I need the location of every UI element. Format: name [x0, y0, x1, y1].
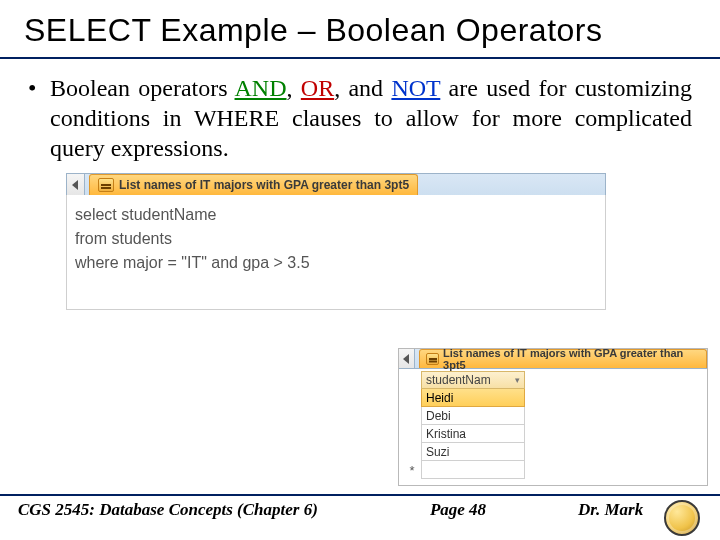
tab-label-2: List names of IT majors with GPA greater…	[443, 347, 700, 371]
slide: SELECT Example – Boolean Operators • Boo…	[0, 0, 720, 540]
operator-or: OR	[301, 75, 334, 101]
query-icon	[98, 178, 114, 192]
chevron-left-icon	[403, 354, 410, 364]
sql-line-3: where major = "IT" and gpa > 3.5	[75, 251, 597, 275]
operator-and: AND	[235, 75, 287, 101]
bullet-1: • Boolean operators AND, OR, and NOT are…	[28, 73, 692, 163]
query-tab-1[interactable]: List names of IT majors with GPA greater…	[89, 174, 418, 195]
result-panel: List names of IT majors with GPA greater…	[398, 348, 708, 486]
bullet-marker: •	[28, 73, 50, 103]
table-row[interactable]: Kristina	[421, 425, 525, 443]
footer-page: Page 48	[368, 500, 548, 520]
sql-editor[interactable]: select studentName from students where m…	[66, 195, 606, 310]
table-row[interactable]: Suzi	[421, 443, 525, 461]
table-row[interactable]	[421, 461, 525, 479]
bullet-text: Boolean operators AND, OR, and NOT are u…	[50, 73, 692, 163]
chevron-left-icon	[72, 180, 79, 190]
title-rule: SELECT Example – Boolean Operators	[0, 0, 720, 59]
tab-scroll-left-1[interactable]	[67, 174, 85, 195]
query-icon	[426, 353, 440, 365]
tab-label-1: List names of IT majors with GPA greater…	[119, 178, 409, 192]
tab-scroll-left-2[interactable]	[399, 349, 415, 368]
column-header[interactable]: studentNam ▾	[421, 371, 525, 389]
query-tab-2[interactable]: List names of IT majors with GPA greater…	[419, 349, 708, 368]
svg-marker-0	[72, 180, 78, 190]
sort-dropdown-icon[interactable]: ▾	[515, 375, 520, 385]
table-row[interactable]: Heidi	[421, 389, 525, 407]
column-header-label: studentNam	[426, 373, 491, 387]
sql-line-1: select studentName	[75, 203, 597, 227]
query-tabbar-1: List names of IT majors with GPA greater…	[66, 173, 606, 195]
ucf-logo	[664, 500, 700, 536]
footer: CGS 2545: Database Concepts (Chapter 6) …	[0, 494, 720, 540]
body-region: • Boolean operators AND, OR, and NOT are…	[0, 59, 720, 310]
operator-not: NOT	[391, 75, 440, 101]
table-row[interactable]: Debi	[421, 407, 525, 425]
new-record-icon: *	[403, 463, 421, 478]
datasheet-grid[interactable]: studentNam ▾ Heidi Debi Kristina Suzi *	[399, 369, 707, 485]
svg-marker-1	[403, 354, 409, 364]
query-tabbar-2: List names of IT majors with GPA greater…	[399, 349, 707, 369]
slide-title: SELECT Example – Boolean Operators	[0, 0, 720, 57]
sql-line-2: from students	[75, 227, 597, 251]
new-record-row[interactable]: *	[403, 461, 707, 479]
footer-left: CGS 2545: Database Concepts (Chapter 6)	[18, 500, 368, 520]
